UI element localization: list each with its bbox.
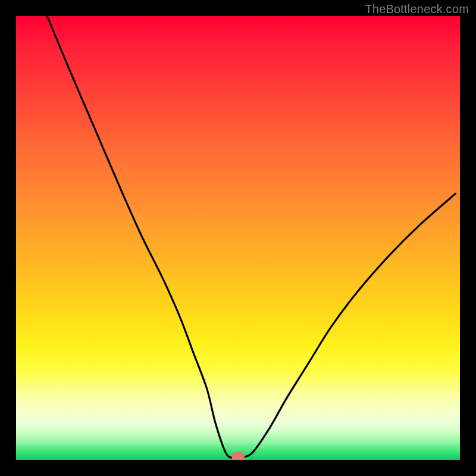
bottleneck-curve [16, 16, 460, 460]
chart-container: TheBottleneck.com [0, 0, 476, 476]
watermark-text: TheBottleneck.com [365, 2, 469, 16]
plot-area [16, 16, 460, 460]
optimum-marker [231, 452, 245, 460]
